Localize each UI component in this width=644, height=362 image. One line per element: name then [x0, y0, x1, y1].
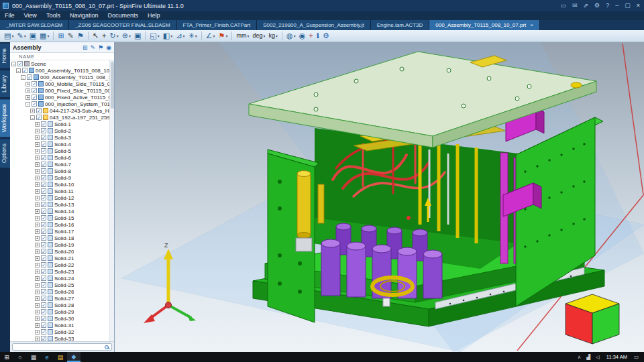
- expander-icon[interactable]: +: [35, 182, 40, 187]
- expander-icon[interactable]: -: [11, 62, 16, 66]
- tree-item[interactable]: +✓Solid-8: [10, 168, 109, 174]
- viewport-3d[interactable]: Z: [115, 42, 644, 352]
- tree-item[interactable]: +✓000_Fixed_Active_T0115_008_1...: [10, 94, 109, 101]
- tree-item[interactable]: +✓Solid-25: [10, 282, 109, 288]
- doc-tab[interactable]: _ZS06 SEASCOOTER FINAL.SLDASM: [69, 20, 176, 30]
- visibility-checkbox[interactable]: ✓: [41, 322, 46, 328]
- expander-icon[interactable]: +: [35, 149, 40, 154]
- expander-icon[interactable]: -: [25, 102, 30, 107]
- tree-item[interactable]: +✓Solid-20: [10, 248, 109, 255]
- eye-icon[interactable]: ◉: [106, 44, 111, 51]
- flag-button[interactable]: ⚑: [76, 31, 85, 41]
- tree-item[interactable]: +✓000_Fixed_Side_T0115_008_10_07...: [10, 87, 109, 94]
- expander-icon[interactable]: +: [35, 256, 40, 261]
- expander-icon[interactable]: +: [35, 176, 40, 180]
- expander-icon[interactable]: +: [35, 243, 40, 247]
- visibility-checkbox[interactable]: ✓: [41, 155, 46, 160]
- visibility-checkbox[interactable]: ✓: [41, 249, 46, 254]
- file-explorer-button[interactable]: ▤: [54, 352, 67, 362]
- tree-item[interactable]: +✓Solid-23: [10, 268, 109, 275]
- tree-item[interactable]: +✓Solid-15: [10, 215, 109, 221]
- tree-item[interactable]: +✓Solid-6: [10, 154, 109, 161]
- visibility-checkbox[interactable]: ✓: [41, 188, 46, 194]
- visibility-checkbox[interactable]: ✓: [36, 115, 42, 120]
- tree-item[interactable]: +✓Solid-9: [10, 174, 109, 181]
- expander-icon[interactable]: +: [35, 169, 40, 174]
- action-center-icon[interactable]: ▭: [631, 354, 641, 360]
- tree-item[interactable]: +✓Solid-10: [10, 181, 109, 188]
- close-icon[interactable]: ×: [637, 3, 640, 9]
- expander-icon[interactable]: +: [35, 283, 40, 288]
- tree-item[interactable]: +✓Solid-33: [10, 335, 109, 341]
- snapshot-button[interactable]: ◉: [298, 31, 307, 41]
- tree-item[interactable]: -✓000_Injection_System_T0115_0...: [10, 101, 109, 107]
- tree-item[interactable]: +✓Solid-32: [10, 328, 109, 335]
- visibility-checkbox[interactable]: ✓: [41, 269, 46, 274]
- visibility-checkbox[interactable]: ✓: [41, 135, 46, 140]
- expander-icon[interactable]: +: [25, 82, 30, 86]
- tree-search-input[interactable]: [12, 343, 112, 351]
- expander-icon[interactable]: +: [35, 196, 40, 200]
- settings-button[interactable]: ⚙: [321, 31, 331, 41]
- visibility-checkbox[interactable]: ✓: [41, 168, 46, 174]
- search-button[interactable]: ○: [13, 352, 27, 362]
- tree-scrollbar-thumb[interactable]: [111, 62, 114, 109]
- tree-item[interactable]: +✓Solid-28: [10, 302, 109, 308]
- hidden-icons-chevron[interactable]: ∧: [575, 354, 584, 360]
- tree-item[interactable]: -✓000_Assembly_T0115_008_10_07: [10, 74, 109, 80]
- rotate-button[interactable]: ↻▾: [108, 31, 119, 41]
- expander-icon[interactable]: +: [35, 303, 40, 308]
- globe-button[interactable]: ◍▾: [285, 31, 297, 41]
- doc-tab[interactable]: 000_Assembly_T0115_008_10_07.prt×: [429, 20, 540, 30]
- expander-icon[interactable]: +: [35, 162, 40, 167]
- expander-icon[interactable]: +: [30, 109, 35, 113]
- probe-button[interactable]: ⚑▾: [217, 31, 229, 41]
- edit-icon[interactable]: ✎: [91, 44, 96, 51]
- visibility-checkbox[interactable]: ✓: [41, 276, 46, 281]
- doc-tab[interactable]: S002_219800_A_Suspension_Assembly.jt: [257, 20, 371, 30]
- visibility-checkbox[interactable]: ✓: [41, 195, 46, 200]
- visibility-checkbox[interactable]: ✓: [22, 68, 28, 73]
- side-tab-options[interactable]: Options: [0, 139, 10, 168]
- visibility-checkbox[interactable]: ✓: [41, 289, 46, 294]
- expander-icon[interactable]: +: [35, 316, 40, 321]
- edge-button[interactable]: e: [40, 352, 54, 362]
- notes-button[interactable]: ✎: [66, 31, 75, 41]
- expander-icon[interactable]: +: [35, 310, 40, 314]
- network-icon[interactable]: ▟: [584, 354, 593, 360]
- menu-view[interactable]: View: [19, 11, 42, 20]
- expander-icon[interactable]: +: [35, 249, 40, 254]
- expander-icon[interactable]: +: [35, 129, 40, 133]
- tree-item[interactable]: +✓Solid-11: [10, 188, 109, 194]
- taskbar-clock[interactable]: 11:34 AM: [602, 354, 631, 360]
- tree-item[interactable]: +✓Solid-29: [10, 308, 109, 315]
- markup-button[interactable]: ✎▾: [15, 31, 27, 41]
- visibility-checkbox[interactable]: ✓: [41, 242, 46, 247]
- side-tab-workspace[interactable]: Workspace: [0, 99, 10, 137]
- expander-icon[interactable]: +: [35, 156, 40, 160]
- tree-item[interactable]: +✓Solid-7: [10, 161, 109, 168]
- maximize-icon[interactable]: ▢: [625, 3, 631, 9]
- visibility-checkbox[interactable]: ✓: [41, 235, 46, 241]
- visibility-checkbox[interactable]: ✓: [36, 108, 42, 113]
- tree-item[interactable]: +✓Solid-3: [10, 134, 109, 141]
- visibility-checkbox[interactable]: ✓: [41, 229, 46, 234]
- expander-icon[interactable]: +: [35, 269, 40, 274]
- menu-documents[interactable]: Documents: [103, 11, 143, 20]
- expander-icon[interactable]: +: [25, 95, 30, 100]
- expander-icon[interactable]: +: [35, 236, 40, 241]
- visibility-checkbox[interactable]: ✓: [27, 74, 32, 80]
- visibility-checkbox[interactable]: ✓: [41, 182, 46, 187]
- pan-button[interactable]: +: [101, 31, 107, 41]
- menu-file[interactable]: File: [0, 11, 19, 20]
- expander-icon[interactable]: +: [35, 189, 40, 194]
- visibility-checkbox[interactable]: ✓: [41, 255, 46, 261]
- grid-icon[interactable]: ⊞: [83, 44, 88, 51]
- minimize-icon[interactable]: –: [615, 3, 619, 9]
- unit-angle-select[interactable]: deg▾: [251, 31, 266, 41]
- visibility-checkbox[interactable]: ✓: [41, 121, 46, 127]
- tree-item[interactable]: +✓Solid-21: [10, 255, 109, 261]
- visibility-checkbox[interactable]: ✓: [41, 282, 46, 288]
- tree-item[interactable]: +✓Solid-27: [10, 295, 109, 302]
- expander-icon[interactable]: +: [35, 142, 40, 147]
